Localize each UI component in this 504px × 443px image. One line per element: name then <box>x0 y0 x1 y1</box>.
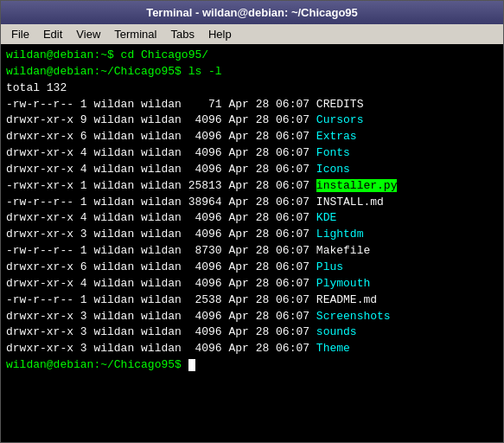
terminal-line: drwxr-xr-x 3 wildan wildan 4096 Apr 28 0… <box>6 227 498 243</box>
menu-bar: FileEditViewTerminalTabsHelp <box>1 24 503 44</box>
terminal-line: drwxr-xr-x 4 wildan wildan 4096 Apr 28 0… <box>6 276 498 292</box>
terminal-line: wildan@debian:~/Chicago95$ <box>6 357 498 374</box>
terminal-line: drwxr-xr-x 4 wildan wildan 4096 Apr 28 0… <box>6 162 498 178</box>
terminal-line: drwxr-xr-x 4 wildan wildan 4096 Apr 28 0… <box>6 210 498 227</box>
menu-item-file[interactable]: File <box>4 26 36 42</box>
terminal-line: drwxr-xr-x 4 wildan wildan 4096 Apr 28 0… <box>6 145 498 162</box>
terminal-line: drwxr-xr-x 6 wildan wildan 4096 Apr 28 0… <box>6 129 498 145</box>
terminal-line: -rw-r--r-- 1 wildan wildan 71 Apr 28 06:… <box>6 97 498 113</box>
menu-item-terminal[interactable]: Terminal <box>107 26 163 42</box>
terminal-line: drwxr-xr-x 3 wildan wildan 4096 Apr 28 0… <box>6 341 498 357</box>
title-text: Terminal - wildan@debian: ~/Chicago95 <box>146 6 358 19</box>
terminal-line: wildan@debian:~$ cd Chicago95/ <box>6 48 498 64</box>
terminal-line: drwxr-xr-x 9 wildan wildan 4096 Apr 28 0… <box>6 112 498 129</box>
terminal-body[interactable]: wildan@debian:~$ cd Chicago95/wildan@deb… <box>1 44 503 442</box>
terminal-line: drwxr-xr-x 3 wildan wildan 4096 Apr 28 0… <box>6 309 498 325</box>
terminal-line: wildan@debian:~/Chicago95$ ls -l <box>6 64 498 80</box>
terminal-line: -rw-r--r-- 1 wildan wildan 2538 Apr 28 0… <box>6 292 498 309</box>
cursor <box>188 359 195 371</box>
terminal-line: total 132 <box>6 80 498 97</box>
title-bar: Terminal - wildan@debian: ~/Chicago95 <box>1 1 503 24</box>
terminal-line: drwxr-xr-x 3 wildan wildan 4096 Apr 28 0… <box>6 324 498 341</box>
terminal-line: -rw-r--r-- 1 wildan wildan 8730 Apr 28 0… <box>6 243 498 260</box>
menu-item-help[interactable]: Help <box>201 26 239 42</box>
terminal-line: -rw-r--r-- 1 wildan wildan 38964 Apr 28 … <box>6 195 498 211</box>
menu-item-edit[interactable]: Edit <box>36 26 69 42</box>
menu-item-tabs[interactable]: Tabs <box>163 26 201 42</box>
terminal-line: -rwxr-xr-x 1 wildan wildan 25813 Apr 28 … <box>6 178 498 195</box>
terminal-line: drwxr-xr-x 6 wildan wildan 4096 Apr 28 0… <box>6 260 498 276</box>
terminal-window: Terminal - wildan@debian: ~/Chicago95 Fi… <box>0 0 504 443</box>
menu-item-view[interactable]: View <box>69 26 107 42</box>
